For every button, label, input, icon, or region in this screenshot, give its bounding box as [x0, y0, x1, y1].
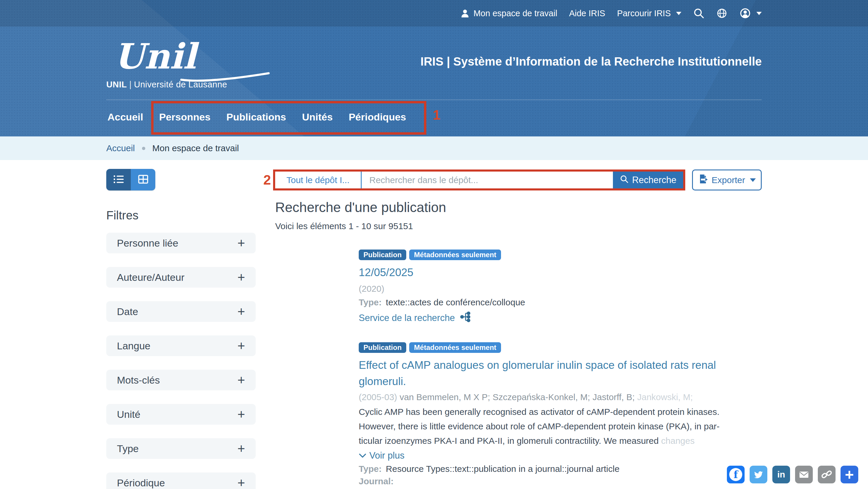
result-authors: (2005-03) van Bemmelen, M X P; Szczepańs…: [359, 392, 762, 402]
facebook-icon[interactable]: f: [727, 466, 745, 483]
filter-mots-cles[interactable]: Mots-clés +: [106, 370, 256, 390]
chevron-down-icon: [756, 12, 762, 15]
annotation-label-1: 1: [433, 107, 440, 123]
abstract-line: Cyclic AMP has been generally recognised…: [359, 404, 762, 419]
annotation-box-2: Tout le dépôt I... Recherche: [273, 170, 685, 190]
view-toggle: [106, 169, 155, 190]
nav-unites[interactable]: Unités: [294, 111, 341, 123]
journal-label: Journal:: [359, 476, 394, 486]
plus-icon: +: [237, 237, 245, 249]
result-type: Type:texte::actes de conférence/colloque: [359, 297, 762, 307]
plus-icon[interactable]: +: [841, 466, 858, 483]
topbar: Mon espace de travail Aide IRIS Parcouri…: [0, 0, 868, 27]
type-label: Type:: [359, 297, 382, 307]
site-header: Mon espace de travail Aide IRIS Parcouri…: [0, 0, 868, 136]
type-value: texte::actes de conférence/colloque: [386, 297, 525, 307]
browse-label: Parcourir IRIS: [617, 8, 671, 18]
search-icon: [693, 8, 705, 19]
filter-label: Personne liée: [117, 237, 178, 249]
metadata-only-badge: Métadonnées seulement: [409, 342, 501, 353]
nav-personnes[interactable]: Personnes: [151, 111, 218, 123]
result-date: (2005-03): [359, 392, 397, 402]
result-year: (2020): [359, 284, 762, 294]
share-bar: f in +: [727, 466, 858, 483]
language-button[interactable]: [716, 8, 727, 19]
help-link[interactable]: Aide IRIS: [569, 8, 605, 18]
page-title: Recherche d'une publication: [275, 199, 762, 215]
badges: Publication Métadonnées seulement: [359, 342, 762, 353]
filter-auteure-auteur[interactable]: Auteure/Auteur +: [106, 267, 256, 287]
unit-link-label: Service de la recherche: [359, 313, 455, 323]
filter-langue[interactable]: Langue +: [106, 335, 256, 356]
search-input[interactable]: [362, 172, 613, 188]
abstract-line: ticular izoenzymes PKA-I and PKA-II, in …: [359, 433, 762, 448]
filter-label: Langue: [117, 340, 150, 352]
search-toggle-button[interactable]: [693, 8, 705, 19]
breadcrumb: Accueil Mon espace de travail: [106, 136, 762, 160]
search-submit-label: Recherche: [632, 175, 676, 185]
type-label: Type:: [359, 464, 382, 473]
results-column: 2 Tout le dépôt I... Recherche E: [275, 160, 762, 489]
result-title-link[interactable]: Effect of cAMP analogues on glomerular i…: [359, 357, 760, 390]
result-title-link[interactable]: 12/05/2025: [359, 264, 760, 281]
linkedin-icon[interactable]: in: [772, 466, 790, 483]
filter-label: Type: [117, 443, 139, 454]
main-content: Filtres Personne liée + Auteure/Auteur +…: [106, 160, 762, 489]
chevron-down-icon: [676, 12, 681, 15]
result-unit-link[interactable]: Service de la recherche: [359, 310, 762, 326]
result-item-1: Publication Métadonnées seulement 12/05/…: [275, 249, 762, 326]
filter-type[interactable]: Type +: [106, 438, 256, 459]
publication-badge: Publication: [359, 342, 406, 353]
plus-icon: +: [237, 476, 245, 489]
results-count: Voici les éléments 1 - 10 sur 95151: [275, 221, 762, 231]
plus-icon: +: [237, 271, 245, 284]
search-icon: [620, 175, 628, 186]
annotation-label-2: 2: [264, 172, 271, 188]
result-journal: Journal:: [359, 476, 762, 486]
result-type: Type:Resource Types::text::publication i…: [359, 464, 762, 474]
badges: Publication Métadonnées seulement: [359, 249, 762, 260]
browse-menu[interactable]: Parcourir IRIS: [617, 8, 681, 18]
list-view-icon: [113, 174, 125, 185]
plus-icon: +: [237, 442, 245, 455]
globe-icon: [716, 8, 727, 19]
abstract-line: However, there is little evidence about …: [359, 419, 762, 433]
chevron-down-icon: [359, 450, 366, 461]
nav-periodiques[interactable]: Périodiques: [341, 111, 414, 123]
see-more-label: Voir plus: [369, 450, 404, 461]
nav-accueil[interactable]: Accueil: [106, 111, 151, 123]
export-button[interactable]: Exporter: [692, 170, 762, 190]
page: Mon espace de travail Aide IRIS Parcouri…: [0, 0, 868, 489]
metadata-only-badge: Métadonnées seulement: [409, 249, 501, 260]
app-title: IRIS | Système d’Information de la Reche…: [421, 55, 762, 68]
filter-personne-liee[interactable]: Personne liée +: [106, 233, 256, 253]
link-icon[interactable]: [818, 466, 836, 483]
email-icon[interactable]: [795, 466, 813, 483]
search-scope-select[interactable]: Tout le dépôt I...: [275, 172, 362, 188]
filter-date[interactable]: Date +: [106, 301, 256, 322]
list-view-button[interactable]: [106, 169, 131, 190]
workspace-label: Mon espace de travail: [473, 8, 557, 18]
breadcrumb-home-link[interactable]: Accueil: [106, 143, 135, 153]
unil-logo-script: Unil: [106, 37, 227, 75]
filter-label: Auteure/Auteur: [117, 272, 185, 283]
filter-periodique[interactable]: Périodique +: [106, 472, 256, 489]
plus-icon: +: [237, 339, 245, 352]
abstract-faded-tail: changes: [659, 436, 695, 446]
plus-icon: +: [237, 408, 245, 421]
account-menu[interactable]: [739, 7, 762, 19]
workspace-link[interactable]: Mon espace de travail: [461, 8, 557, 18]
unil-logo[interactable]: Unil UNIL|Université de Lausanne: [106, 37, 227, 89]
twitter-icon[interactable]: [750, 466, 767, 483]
filters-title: Filtres: [106, 209, 256, 222]
filter-unite[interactable]: Unité +: [106, 404, 256, 425]
filter-label: Unité: [117, 409, 140, 420]
chevron-down-icon: [750, 178, 756, 182]
filter-label: Mots-clés: [117, 374, 160, 386]
see-more-link[interactable]: Voir plus: [359, 450, 762, 461]
plus-icon: +: [237, 373, 245, 387]
search-submit-button[interactable]: Recherche: [613, 172, 683, 188]
publication-badge: Publication: [359, 249, 406, 260]
grid-view-button[interactable]: [131, 169, 155, 190]
nav-publications[interactable]: Publications: [218, 111, 294, 123]
